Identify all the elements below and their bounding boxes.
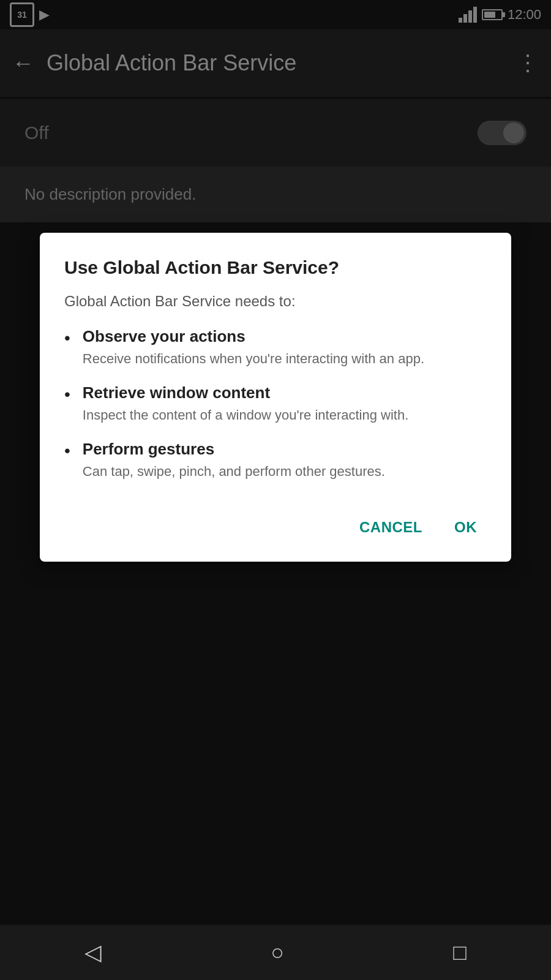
permission-list: • Observe your actions Receive notificat…: [64, 327, 487, 481]
permission-item-gestures: • Perform gestures Can tap, swipe, pinch…: [64, 440, 487, 481]
nav-recents-button[interactable]: □: [453, 940, 467, 965]
bullet-observe: •: [64, 328, 70, 348]
bullet-retrieve: •: [64, 385, 70, 404]
nav-home-button[interactable]: ○: [271, 940, 284, 965]
nav-back-button[interactable]: ◁: [84, 940, 102, 965]
permission-title-observe: Observe your actions: [83, 327, 424, 346]
permission-dialog: Use Global Action Bar Service? Global Ac…: [40, 233, 511, 562]
permission-content-retrieve: Retrieve window content Inspect the cont…: [83, 383, 409, 425]
permission-content-gestures: Perform gestures Can tap, swipe, pinch, …: [83, 440, 385, 481]
permission-desc-observe: Receive notifications when you're intera…: [83, 350, 424, 369]
dialog-subtitle: Global Action Bar Service needs to:: [64, 293, 487, 310]
dialog-title: Use Global Action Bar Service?: [64, 257, 487, 278]
cancel-button[interactable]: CANCEL: [350, 511, 432, 543]
ok-button[interactable]: OK: [444, 511, 487, 543]
permission-title-gestures: Perform gestures: [83, 440, 385, 459]
dialog-actions: CANCEL OK: [64, 505, 487, 543]
nav-bar: ◁ ○ □: [0, 925, 551, 980]
permission-desc-gestures: Can tap, swipe, pinch, and perform other…: [83, 462, 385, 481]
permission-desc-retrieve: Inspect the content of a window you're i…: [83, 406, 409, 425]
permission-item-observe: • Observe your actions Receive notificat…: [64, 327, 487, 369]
permission-content-observe: Observe your actions Receive notificatio…: [83, 327, 424, 369]
permission-item-retrieve: • Retrieve window content Inspect the co…: [64, 383, 487, 425]
bullet-gestures: •: [64, 441, 70, 461]
permission-title-retrieve: Retrieve window content: [83, 383, 409, 402]
